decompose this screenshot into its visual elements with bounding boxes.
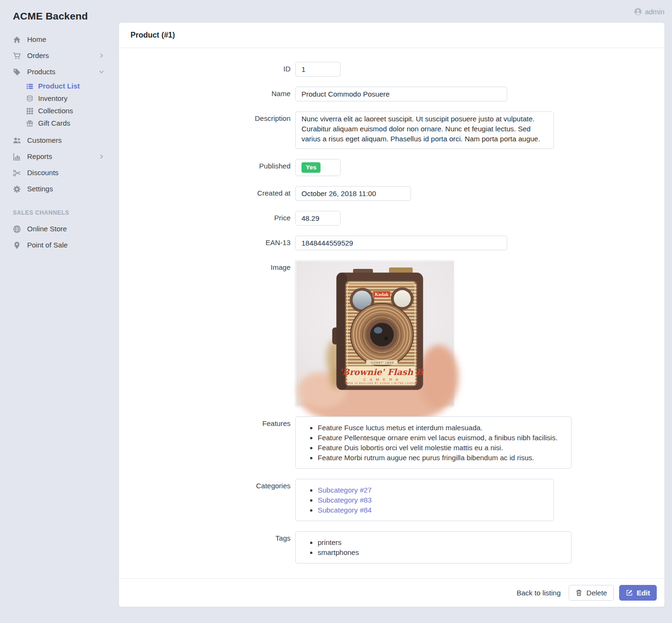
map-pin-icon bbox=[13, 241, 21, 249]
products-submenu: Product List Inventory Collections Gift … bbox=[0, 80, 119, 132]
field-row-price: Price bbox=[130, 211, 653, 226]
created-at-field[interactable] bbox=[295, 186, 411, 201]
camera-photo-illustration: Kodak bbox=[296, 261, 454, 405]
camera-word-text: C A M E R A bbox=[363, 377, 400, 382]
tag-item: smartphones bbox=[318, 547, 565, 557]
home-icon bbox=[13, 36, 21, 44]
chevron-right-icon bbox=[98, 153, 105, 160]
trash-icon bbox=[575, 589, 582, 596]
sidebar-item-gift-cards[interactable]: Gift Cards bbox=[0, 117, 119, 129]
description-field[interactable]: Nunc viverra elit ac laoreet suscipit. U… bbox=[295, 111, 554, 149]
category-link[interactable]: Subcategory #84 bbox=[318, 506, 371, 514]
user-circle-icon bbox=[634, 8, 642, 16]
database-icon bbox=[26, 95, 33, 102]
sidebar-item-online-store[interactable]: Online Store bbox=[0, 221, 119, 237]
field-label: Categories bbox=[130, 479, 295, 521]
edit-button-label: Edit bbox=[637, 589, 650, 597]
sidebar-item-label: Settings bbox=[27, 185, 53, 193]
sidebar-item-products[interactable]: Products bbox=[0, 64, 119, 80]
topbar: admin bbox=[119, 0, 672, 23]
chevron-right-icon bbox=[98, 52, 105, 59]
category-link[interactable]: Subcategory #83 bbox=[318, 496, 371, 504]
sidebar-item-orders[interactable]: Orders bbox=[0, 48, 119, 64]
sidebar-item-inventory[interactable]: Inventory bbox=[0, 92, 119, 105]
price-field[interactable] bbox=[295, 211, 341, 226]
sidebar-item-label: Discounts bbox=[27, 168, 59, 177]
category-item: Subcategory #83 bbox=[318, 495, 548, 505]
delete-button[interactable]: Delete bbox=[569, 585, 613, 601]
product-form: ID Name Description Nunc viverra elit ac… bbox=[119, 48, 664, 578]
globe-icon bbox=[13, 225, 21, 233]
sidebar-item-home[interactable]: Home bbox=[0, 31, 119, 48]
sidebar-item-label: Inventory bbox=[38, 94, 68, 103]
delete-button-label: Delete bbox=[586, 589, 607, 597]
sidebar-item-label: Home bbox=[27, 35, 46, 44]
sidebar-item-settings[interactable]: Settings bbox=[0, 181, 119, 197]
field-label: Tags bbox=[130, 531, 295, 564]
field-row-ean13: EAN-13 bbox=[130, 236, 653, 250]
tag-item: printers bbox=[318, 537, 565, 547]
field-row-image: Image bbox=[130, 260, 653, 406]
sidebar-item-customers[interactable]: Customers bbox=[0, 132, 119, 148]
sidebar: ACME Backend Home Orders Products bbox=[0, 0, 119, 623]
tag-icon bbox=[13, 68, 21, 76]
sales-channels-heading: SALES CHANNELS bbox=[0, 197, 119, 221]
product-card: Product (#1) ID Name Description Nunc vi… bbox=[119, 23, 664, 607]
sidebar-item-reports[interactable]: Reports bbox=[0, 148, 119, 165]
category-link[interactable]: Subcategory #27 bbox=[318, 486, 371, 494]
id-field[interactable] bbox=[295, 62, 341, 77]
card-footer: Back to listing Delete Edit bbox=[119, 578, 664, 607]
category-item: Subcategory #27 bbox=[318, 485, 548, 495]
field-row-categories: Categories Subcategory #27 Subcategory #… bbox=[130, 479, 653, 521]
field-row-description: Description Nunc viverra elit ac laoreet… bbox=[130, 111, 653, 149]
field-row-created-at: Created at bbox=[130, 186, 653, 201]
sidebar-item-product-list[interactable]: Product List bbox=[0, 80, 119, 92]
field-row-name: Name bbox=[130, 87, 653, 101]
sidebar-item-label: Customers bbox=[27, 136, 62, 145]
field-label: Image bbox=[130, 260, 295, 406]
camera-made-in-text: MADE IN ENGLAND BY KODAK LIMITED LONDON bbox=[345, 382, 418, 385]
field-label: Name bbox=[130, 87, 295, 101]
chevron-down-icon bbox=[98, 69, 105, 75]
chart-bar-icon bbox=[13, 153, 21, 161]
camera-lens-caption-text: "GODET" LENS bbox=[370, 361, 394, 364]
field-label: Price bbox=[130, 211, 295, 226]
back-to-listing-link[interactable]: Back to listing bbox=[517, 589, 561, 597]
main-content: Product (#1) ID Name Description Nunc vi… bbox=[119, 23, 664, 607]
name-field[interactable] bbox=[295, 87, 507, 101]
edit-icon bbox=[626, 589, 633, 596]
sidebar-item-point-of-sale[interactable]: Point of Sale bbox=[0, 237, 119, 253]
user-menu[interactable]: admin bbox=[645, 8, 664, 16]
feature-item: Feature Morbi rutrum augue nec purus fri… bbox=[318, 453, 565, 463]
field-label: Features bbox=[130, 416, 295, 469]
field-label: EAN-13 bbox=[130, 236, 295, 250]
field-row-tags: Tags printers smartphones bbox=[130, 531, 653, 564]
field-row-id: ID bbox=[130, 62, 653, 77]
grid-icon bbox=[26, 108, 33, 115]
field-label: Published bbox=[130, 159, 295, 176]
published-badge: Yes bbox=[301, 162, 321, 173]
users-icon bbox=[13, 137, 21, 145]
sidebar-item-discounts[interactable]: Discounts bbox=[0, 165, 119, 181]
sidebar-item-label: Orders bbox=[27, 51, 49, 60]
tags-box: printers smartphones bbox=[295, 531, 572, 564]
field-label: ID bbox=[130, 62, 295, 77]
edit-button[interactable]: Edit bbox=[619, 585, 657, 601]
features-box: Feature Fusce luctus metus et interdum m… bbox=[295, 416, 572, 469]
sidebar-item-label: Point of Sale bbox=[27, 241, 68, 249]
sidebar-item-label: Reports bbox=[27, 152, 52, 161]
gift-icon bbox=[26, 120, 33, 127]
published-box: Yes bbox=[295, 159, 341, 176]
gear-icon bbox=[13, 185, 21, 193]
page-title: Product (#1) bbox=[119, 23, 664, 48]
cart-icon bbox=[13, 52, 21, 60]
feature-item: Feature Pellentesque ornare enim vel lac… bbox=[318, 433, 565, 443]
sidebar-item-label: Collections bbox=[38, 107, 73, 115]
category-item: Subcategory #84 bbox=[318, 505, 548, 515]
feature-item: Feature Duis lobortis orci vel velit mol… bbox=[318, 443, 565, 453]
ean13-field[interactable] bbox=[295, 236, 507, 250]
sidebar-item-collections[interactable]: Collections bbox=[0, 105, 119, 117]
scissors-icon bbox=[13, 169, 21, 177]
field-row-features: Features Feature Fusce luctus metus et i… bbox=[130, 416, 653, 469]
sidebar-item-label: Gift Cards bbox=[38, 119, 70, 128]
